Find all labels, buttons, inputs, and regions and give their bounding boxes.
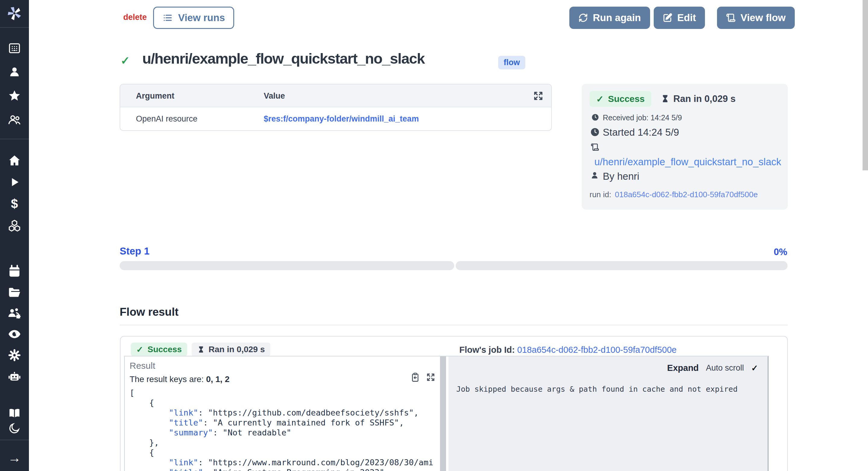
arguments-table: Argument Value OpenAI resource $res:f/co… [120, 84, 552, 131]
result-status-badge: ✓ Success [131, 343, 187, 356]
user-icon [8, 65, 21, 78]
page-scrollbar[interactable] [863, 0, 868, 170]
result-duration-badge: Ran in 0,029 s [192, 343, 270, 356]
sidebar-item-settings[interactable] [0, 349, 29, 362]
view-flow-button[interactable]: View flow [717, 7, 795, 29]
hourglass-icon [197, 346, 205, 353]
delete-button[interactable]: delete [123, 13, 147, 22]
expand-icon [426, 372, 436, 382]
calendar-icon [8, 265, 21, 278]
copy-result-button[interactable] [410, 372, 420, 382]
sidebar-item-schedules[interactable] [0, 265, 29, 278]
book-icon [8, 407, 21, 420]
arrow-right-icon: → [8, 451, 21, 464]
user-icon [590, 171, 599, 180]
sidebar-item-resources[interactable] [0, 219, 29, 232]
view-runs-label: View runs [178, 12, 225, 24]
windmill-logo-icon [7, 6, 22, 21]
home-icon [8, 154, 21, 167]
result-panel: Result The result keys are: 0, 1, 2 [124, 356, 440, 471]
autoscroll-check-icon[interactable]: ✓ [751, 363, 758, 373]
table-row: OpenAI resource $res:f/company-folder/wi… [120, 107, 551, 130]
success-check-icon: ✓ [121, 54, 130, 67]
star-icon [8, 89, 21, 102]
dark-mode-toggle[interactable] [0, 421, 29, 435]
started-label: Started 14:24 5/9 [603, 127, 679, 138]
moon-icon [8, 422, 21, 435]
sidebar-item-home[interactable] [0, 154, 29, 167]
result-keys-prefix: The result keys are: [130, 375, 206, 384]
progress-bar-segment[interactable] [456, 261, 787, 270]
argument-value-link[interactable]: $res:f/company-folder/windmill_ai_team [264, 107, 419, 130]
sidebar-item-variables[interactable]: $ [0, 197, 29, 210]
progress-bar-segment[interactable] [120, 261, 454, 270]
page-title: u/henri/example_flow_quickstart_no_slack [142, 50, 425, 67]
sidebar-item-favorites[interactable] [0, 89, 29, 102]
sidebar-item-ai[interactable] [0, 370, 29, 383]
logs-panel: Expand Auto scroll ✓ Job skipped because… [448, 356, 769, 471]
clock-icon [590, 127, 600, 137]
result-duration-label: Ran in 0,029 s [209, 345, 265, 354]
refresh-icon [578, 13, 588, 23]
expand-sidebar-button[interactable]: → [0, 451, 29, 464]
author-label: By henri [603, 171, 639, 182]
run-again-label: Run again [593, 12, 641, 24]
robot-icon [7, 369, 22, 384]
expand-result-button[interactable] [426, 372, 436, 382]
duration-label: Ran in 0,029 s [673, 93, 736, 104]
flow-scroll-icon [591, 143, 599, 151]
sidebar-item-apps[interactable] [0, 41, 29, 55]
column-value: Value [264, 84, 285, 107]
logs-toolbar: Expand Auto scroll ✓ [667, 363, 758, 373]
hourglass-icon [661, 94, 670, 103]
check-icon: ✓ [136, 345, 143, 355]
result-json: [ { "link": "https://github.com/deadbeef… [130, 388, 433, 471]
job-id-link[interactable]: 018a654c-d062-fbb2-d100-59fa70df500e [517, 345, 677, 355]
run-again-button[interactable]: Run again [569, 7, 650, 29]
sidebar-item-audit-logs[interactable] [0, 327, 29, 341]
step-label[interactable]: Step 1 [120, 245, 150, 257]
sidebar-item-groups[interactable] [0, 307, 29, 320]
edit-button[interactable]: Edit [654, 7, 705, 29]
view-runs-button[interactable]: View runs [153, 7, 234, 29]
run-info-panel: ✓ Success Ran in 0,029 s Received job: 1… [582, 84, 788, 210]
user-group-icon [7, 113, 22, 127]
group-settings-icon [7, 306, 22, 321]
flow-path-link[interactable]: u/henri/example_flow_quickstart_no_slack [594, 156, 781, 168]
check-icon: ✓ [596, 94, 604, 104]
status-label: Success [608, 94, 645, 104]
result-keys-line: The result keys are: 0, 1, 2 [130, 375, 230, 384]
sidebar-item-members[interactable] [0, 113, 29, 127]
received-job-label: Received job: 14:24 5/9 [603, 113, 682, 122]
sidebar-item-runs[interactable] [0, 176, 29, 189]
sidebar-divider [0, 440, 29, 440]
expand-args-button[interactable] [532, 90, 544, 101]
dollar-icon: $ [11, 198, 18, 210]
flow-result-heading: Flow result [120, 306, 179, 318]
edit-pencil-icon [663, 13, 673, 23]
section-divider [120, 325, 788, 325]
sidebar-divider [0, 27, 29, 28]
expand-icon [532, 90, 544, 101]
column-argument: Argument [136, 84, 175, 107]
result-status-label: Success [147, 345, 182, 354]
play-icon [8, 176, 21, 188]
sidebar-item-docs[interactable] [0, 407, 29, 420]
gear-icon [7, 348, 22, 362]
expand-logs-button[interactable]: Expand [667, 363, 699, 373]
arguments-table-header: Argument Value [120, 84, 551, 107]
folder-icon [7, 286, 22, 299]
run-id-link[interactable]: 018a654c-d062-fbb2-d100-59fa70df500e [615, 190, 758, 199]
status-badge: ✓ Success [590, 91, 651, 107]
flow-scroll-icon [726, 13, 736, 23]
argument-name: OpenAI resource [136, 107, 197, 130]
sidebar-item-user[interactable] [0, 65, 29, 79]
panel-splitter[interactable] [440, 356, 446, 471]
log-text: Job skipped because args & path found in… [456, 385, 738, 393]
eye-icon [7, 327, 22, 341]
run-id-label: run id: [590, 190, 611, 199]
windmill-logo[interactable] [0, 6, 29, 21]
app-window-icon [8, 41, 21, 55]
sidebar-divider [0, 139, 29, 139]
sidebar-item-folders[interactable] [0, 286, 29, 299]
